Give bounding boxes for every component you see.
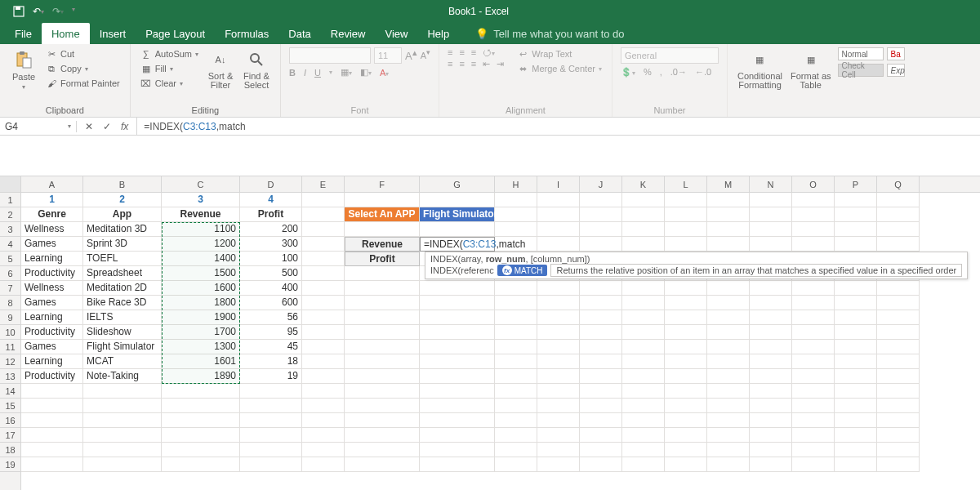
row-header-13[interactable]: 13 — [0, 369, 20, 384]
row-header-15[interactable]: 15 — [0, 399, 20, 413]
cell-J17[interactable] — [580, 428, 622, 443]
cell-G2[interactable]: Flight Simulator — [420, 207, 495, 222]
cell-B6[interactable]: Spreadsheet — [83, 266, 162, 281]
row-header-14[interactable]: 14 — [0, 384, 20, 399]
cell-O4[interactable] — [792, 237, 835, 252]
cell-H10[interactable] — [495, 325, 537, 340]
row-header-2[interactable]: 2 — [0, 207, 20, 222]
cell-G10[interactable] — [420, 325, 495, 340]
spreadsheet-grid[interactable]: 12345678910111213141516171819 ABCDEFGHIJ… — [0, 176, 980, 490]
align-top-icon[interactable]: ≡ — [448, 47, 452, 57]
cell-D13[interactable]: 19 — [240, 369, 302, 384]
cell-N18[interactable] — [750, 443, 792, 457]
cell-L9[interactable] — [665, 310, 707, 325]
cell-G3[interactable] — [420, 222, 495, 237]
cell-B7[interactable]: Meditation 2D — [83, 281, 162, 296]
cell-I10[interactable] — [537, 325, 580, 340]
cell-B5[interactable]: TOEFL — [83, 252, 162, 266]
cell-E15[interactable] — [302, 399, 345, 413]
cell-M4[interactable] — [707, 237, 750, 252]
cell-A15[interactable] — [21, 399, 83, 413]
cell-F19[interactable] — [345, 457, 420, 472]
cell-M14[interactable] — [707, 384, 750, 399]
cell-I2[interactable] — [537, 207, 580, 222]
cell-A11[interactable]: Games — [21, 340, 83, 354]
cell-L14[interactable] — [665, 384, 707, 399]
cell-K18[interactable] — [622, 443, 665, 457]
cell-I16[interactable] — [537, 413, 580, 428]
cell-A13[interactable]: Productivity — [21, 369, 83, 384]
cell-H14[interactable] — [495, 384, 537, 399]
formula-bar-input[interactable]: =INDEX(C3:C13,match — [137, 121, 980, 132]
currency-icon[interactable]: 💲▾ — [621, 67, 635, 78]
cell-L8[interactable] — [665, 296, 707, 310]
cell-B1[interactable]: 2 — [83, 193, 162, 207]
number-format-combo[interactable]: General — [621, 47, 719, 64]
cell-N15[interactable] — [750, 399, 792, 413]
cell-C4[interactable]: 1200 — [162, 237, 240, 252]
row-header-3[interactable]: 3 — [0, 222, 20, 237]
cell-A9[interactable]: Learning — [21, 310, 83, 325]
cell-H17[interactable] — [495, 428, 537, 443]
cell-G15[interactable] — [420, 399, 495, 413]
cell-K14[interactable] — [622, 384, 665, 399]
cell-L18[interactable] — [665, 443, 707, 457]
autosum-button[interactable]: ∑AutoSum▾ — [139, 47, 200, 60]
row-header-18[interactable]: 18 — [0, 443, 20, 457]
cell-O17[interactable] — [792, 428, 835, 443]
cell-C16[interactable] — [162, 413, 240, 428]
cell-H19[interactable] — [495, 457, 537, 472]
cell-J16[interactable] — [580, 413, 622, 428]
cell-O8[interactable] — [792, 296, 835, 310]
cell-P16[interactable] — [835, 413, 877, 428]
cell-L3[interactable] — [665, 222, 707, 237]
cell-A1[interactable]: 1 — [21, 193, 83, 207]
cell-A4[interactable]: Games — [21, 237, 83, 252]
cell-K11[interactable] — [622, 340, 665, 354]
find-select-button[interactable]: Find & Select — [241, 47, 272, 91]
cell-Q12[interactable] — [877, 354, 920, 369]
cell-C19[interactable] — [162, 457, 240, 472]
cell-D19[interactable] — [240, 457, 302, 472]
cell-C15[interactable] — [162, 399, 240, 413]
cell-D12[interactable]: 18 — [240, 354, 302, 369]
cell-I19[interactable] — [537, 457, 580, 472]
cell-C18[interactable] — [162, 443, 240, 457]
cell-H13[interactable] — [495, 369, 537, 384]
clear-button[interactable]: ⌧Clear▾ — [139, 77, 200, 90]
cell-J19[interactable] — [580, 457, 622, 472]
cell-D18[interactable] — [240, 443, 302, 457]
cell-E8[interactable] — [302, 296, 345, 310]
font-name-combo[interactable] — [289, 47, 371, 64]
cell-B8[interactable]: Bike Race 3D — [83, 296, 162, 310]
row-header-4[interactable]: 4 — [0, 237, 20, 252]
align-left-icon[interactable]: ≡ — [448, 59, 452, 69]
column-header-J[interactable]: J — [580, 176, 622, 192]
cell-J8[interactable] — [580, 296, 622, 310]
cell-J1[interactable] — [580, 193, 622, 207]
cell-F18[interactable] — [345, 443, 420, 457]
cell-P11[interactable] — [835, 340, 877, 354]
cell-I18[interactable] — [537, 443, 580, 457]
column-header-P[interactable]: P — [835, 176, 877, 192]
cell-I15[interactable] — [537, 399, 580, 413]
cell-P2[interactable] — [835, 207, 877, 222]
cell-I14[interactable] — [537, 384, 580, 399]
conditional-formatting-button[interactable]: ▦ Conditional Formatting — [736, 47, 784, 91]
cell-M1[interactable] — [707, 193, 750, 207]
cell-N1[interactable] — [750, 193, 792, 207]
tell-me[interactable]: 💡 Tell me what you want to do — [466, 23, 634, 44]
cell-C2[interactable]: Revenue — [162, 207, 240, 222]
cut-button[interactable]: ✂Cut — [44, 47, 122, 60]
cell-B18[interactable] — [83, 443, 162, 457]
cell-C3[interactable]: 1100 — [162, 222, 240, 237]
cell-D4[interactable]: 300 — [240, 237, 302, 252]
cell-H1[interactable] — [495, 193, 537, 207]
cell-P4[interactable] — [835, 237, 877, 252]
tab-formulas[interactable]: Formulas — [215, 23, 278, 44]
cell-O7[interactable] — [792, 281, 835, 296]
style-explanatory[interactable]: Exp — [887, 64, 905, 77]
cell-D15[interactable] — [240, 399, 302, 413]
cell-G13[interactable] — [420, 369, 495, 384]
cell-A5[interactable]: Learning — [21, 252, 83, 266]
